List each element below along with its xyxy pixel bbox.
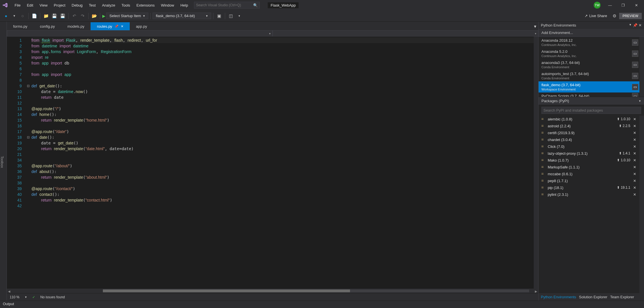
- zoom-level[interactable]: 110 %: [10, 295, 19, 299]
- menu-edit[interactable]: Edit: [24, 2, 36, 9]
- package-update[interactable]: ⬆ 2.2.5: [619, 124, 630, 128]
- menu-help[interactable]: Help: [177, 2, 191, 9]
- tab-overflow[interactable]: ▾: [532, 22, 538, 30]
- issues-label[interactable]: No issues found: [40, 295, 65, 299]
- menu-analyze[interactable]: Analyze: [99, 2, 118, 9]
- remove-icon[interactable]: ✕: [633, 186, 637, 190]
- env-open-icon[interactable]: ▭: [632, 62, 638, 68]
- maximize-button[interactable]: ❐: [617, 0, 630, 10]
- env-open-icon[interactable]: ▭: [632, 51, 638, 57]
- save-icon[interactable]: 💾: [51, 12, 58, 20]
- panel-tab-solution-explorer[interactable]: Solution Explorer: [579, 295, 607, 299]
- nav-scope[interactable]: ▾: [7, 30, 273, 37]
- output-panel-tab[interactable]: Output: [0, 301, 644, 308]
- package-item[interactable]: ⌗pep8 (1.7.1)✕: [539, 177, 639, 184]
- env-open-icon[interactable]: ▭: [632, 84, 638, 90]
- package-item[interactable]: ⌗MarkupSafe (1.1.1)✕: [539, 164, 639, 170]
- open-folder-icon[interactable]: 📁: [42, 12, 50, 20]
- remove-icon[interactable]: ✕: [633, 117, 637, 121]
- new-file-icon[interactable]: 📄: [31, 12, 38, 20]
- python-env-dropdown[interactable]: flask_demo (3.7, 64-bit) ▼: [153, 13, 211, 19]
- pin-icon[interactable]: 📌: [115, 25, 119, 28]
- folder-icon[interactable]: 📂: [91, 12, 98, 20]
- menu-tools[interactable]: Tools: [118, 2, 133, 9]
- env-item[interactable]: Anaconda 5.2.0Continuum Analytics, Inc.▭: [539, 48, 639, 59]
- package-update[interactable]: ⬆ 1.0.10: [617, 158, 630, 162]
- code-content[interactable]: from flask import Flask, render_template…: [31, 37, 538, 289]
- redo-icon[interactable]: ↷: [79, 12, 86, 20]
- package-item[interactable]: ⌗astroid (2.2.4)⬆ 2.2.5✕: [539, 122, 639, 129]
- panel-tab-python-environments[interactable]: Python Environments: [541, 295, 576, 299]
- python-interactive-icon[interactable]: ▣: [215, 12, 223, 20]
- vertical-scrollbar[interactable]: [534, 37, 538, 289]
- code-editor[interactable]: 1234567891011121314151617181920213435363…: [7, 37, 538, 289]
- tab-routes-py[interactable]: routes.py📌✕: [91, 22, 129, 30]
- pkg-scrollbar[interactable]: [639, 116, 644, 293]
- live-share-button[interactable]: ↗ Live Share: [582, 12, 610, 19]
- package-item[interactable]: ⌗lazy-object-proxy (1.3.1)⬆ 1.4.1✕: [539, 150, 639, 157]
- nav-history-icon[interactable]: ▼: [11, 12, 18, 20]
- package-item[interactable]: ⌗pylint (2.3.1)✕: [539, 191, 639, 198]
- close-icon[interactable]: ✕: [639, 23, 642, 27]
- chevron-down-icon[interactable]: ▼: [629, 23, 632, 27]
- panel-tab-team-explorer[interactable]: Team Explorer: [610, 295, 634, 299]
- remove-icon[interactable]: ✕: [633, 151, 637, 156]
- packages-dropdown[interactable]: Packages (PyPI) ▼: [539, 97, 644, 105]
- fold-column[interactable]: ⊟ ⊟: [27, 37, 31, 289]
- package-update[interactable]: ⬆ 1.0.10: [617, 117, 630, 121]
- menu-debug[interactable]: Debug: [69, 2, 86, 9]
- minimize-button[interactable]: ―: [603, 0, 617, 10]
- preview-button[interactable]: PREVIEW: [619, 13, 642, 19]
- remove-icon[interactable]: ✕: [633, 131, 637, 135]
- undo-icon[interactable]: ↶: [71, 12, 78, 20]
- chevron-down-icon[interactable]: ▼: [25, 296, 27, 299]
- layout-icon[interactable]: ◫: [227, 12, 235, 20]
- nav-back-icon[interactable]: ●: [2, 12, 10, 20]
- search-input[interactable]: [196, 3, 253, 7]
- remove-icon[interactable]: ✕: [633, 144, 637, 149]
- env-scrollbar[interactable]: [639, 37, 644, 97]
- menu-test[interactable]: Test: [86, 2, 99, 9]
- menu-file[interactable]: File: [11, 2, 24, 9]
- add-environment-button[interactable]: Add Environment...: [539, 29, 644, 37]
- env-item[interactable]: autoimports_test (3.7, 64-bit)Conda Envi…: [539, 70, 639, 81]
- package-item[interactable]: ⌗alembic (1.0.8)⬆ 1.0.10✕: [539, 116, 639, 122]
- package-update[interactable]: ⬆ 19.1.1: [617, 186, 630, 190]
- package-update[interactable]: ⬆ 1.4.1: [619, 151, 630, 155]
- global-search[interactable]: 🔍: [194, 2, 260, 9]
- env-open-icon[interactable]: ▭: [632, 39, 638, 46]
- layout-toggle-icon[interactable]: ▼: [235, 12, 243, 20]
- package-item[interactable]: ⌗Mako (1.0.7)⬆ 1.0.10✕: [539, 157, 639, 164]
- remove-icon[interactable]: ✕: [633, 138, 637, 142]
- env-open-icon[interactable]: ▭: [632, 73, 638, 79]
- package-item[interactable]: ⌗certifi (2019.3.9)✕: [539, 129, 639, 136]
- env-open-icon[interactable]: ▭: [632, 93, 638, 97]
- pin-icon[interactable]: 📌: [633, 23, 637, 27]
- tab-forms-py[interactable]: forms.py: [7, 22, 34, 30]
- env-item[interactable]: Anaconda 2018.12Continuum Analytics, Inc…: [539, 37, 639, 48]
- remove-icon[interactable]: ✕: [633, 165, 637, 169]
- toolbox-tab[interactable]: Toolbox: [0, 22, 7, 301]
- nav-member[interactable]: ▾: [273, 30, 538, 37]
- feedback-icon[interactable]: ⚙: [611, 12, 618, 20]
- close-icon[interactable]: ✕: [121, 25, 123, 28]
- save-all-icon[interactable]: 💾: [59, 12, 66, 20]
- menu-view[interactable]: View: [36, 2, 51, 9]
- package-search-input[interactable]: [541, 107, 641, 114]
- remove-icon[interactable]: ✕: [633, 158, 637, 162]
- startup-item-dropdown[interactable]: Select Startup Item ▼: [106, 13, 148, 19]
- play-icon[interactable]: ▶: [102, 14, 105, 18]
- nav-forward-icon[interactable]: ○: [19, 12, 26, 20]
- remove-icon[interactable]: ✕: [633, 172, 637, 176]
- user-avatar[interactable]: TW: [594, 2, 601, 9]
- tab-config-py[interactable]: config.py: [34, 22, 61, 30]
- remove-icon[interactable]: ✕: [633, 179, 637, 183]
- tab-models-py[interactable]: models.py: [61, 22, 91, 30]
- package-item[interactable]: ⌗pip (18.1)⬆ 19.1.1✕: [539, 184, 639, 191]
- env-item[interactable]: PyCharm Scripts (3.7, 64-bit)▭: [539, 92, 639, 97]
- package-item[interactable]: ⌗mccabe (0.6.1)✕: [539, 170, 639, 177]
- menu-project[interactable]: Project: [51, 2, 68, 9]
- package-item[interactable]: ⌗chardet (3.0.4)✕: [539, 136, 639, 143]
- horizontal-scrollbar[interactable]: ◂ ▸: [7, 289, 538, 293]
- remove-icon[interactable]: ✕: [633, 192, 637, 197]
